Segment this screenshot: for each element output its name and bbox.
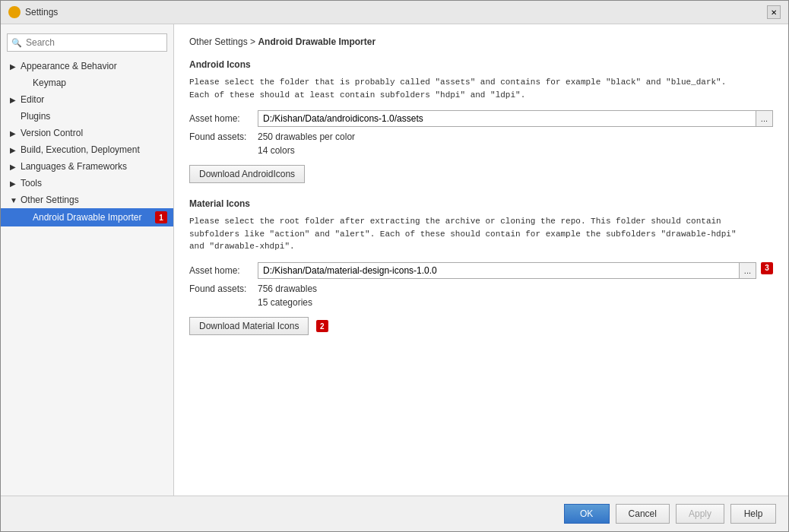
sidebar-item-label: Build, Execution, Deployment xyxy=(21,144,140,155)
android-asset-home-label: Asset home: xyxy=(189,113,258,124)
android-asset-home-input[interactable] xyxy=(258,110,756,127)
search-input[interactable] xyxy=(7,33,167,52)
sidebar-item-label: Keymap xyxy=(33,78,66,88)
badge-1: 1 xyxy=(155,211,167,223)
close-button[interactable]: ✕ xyxy=(767,5,781,19)
sidebar-item-other-settings[interactable]: ▼ Other Settings xyxy=(1,192,173,208)
sidebar-item-label: Tools xyxy=(21,178,42,188)
search-box: 🔍 xyxy=(7,33,167,52)
arrow-icon: ▶ xyxy=(10,179,17,188)
android-download-wrap: Download AndroidIcons xyxy=(189,165,773,183)
sidebar-item-label: Languages & Frameworks xyxy=(21,161,127,172)
android-asset-home-input-wrap: ... xyxy=(258,110,773,127)
material-asset-home-label: Asset home: xyxy=(189,265,258,276)
ok-button[interactable]: OK xyxy=(564,504,610,524)
sidebar-item-plugins[interactable]: Plugins xyxy=(1,108,173,125)
arrow-spacer xyxy=(10,112,17,121)
arrow-icon: ▼ xyxy=(10,196,17,204)
download-material-icons-button[interactable]: Download Material Icons xyxy=(189,317,309,335)
sidebar-item-version-control[interactable]: ▶ Version Control xyxy=(1,125,173,141)
material-found-sub: 15 categories xyxy=(258,297,773,308)
sidebar-item-tools[interactable]: ▶ Tools xyxy=(1,175,173,192)
search-icon: 🔍 xyxy=(11,38,22,48)
sidebar-item-appearance[interactable]: ▶ Appearance & Behavior xyxy=(1,58,173,74)
android-icons-description: Please select the folder that is probabl… xyxy=(189,76,773,101)
arrow-icon: ▶ xyxy=(10,96,17,104)
title-bar: Settings ✕ xyxy=(1,1,788,24)
material-asset-home-input-wrap: ... 3 xyxy=(258,262,773,279)
material-asset-home-row: Asset home: ... 3 xyxy=(189,262,773,279)
material-browse-button[interactable]: ... xyxy=(740,262,756,279)
material-found-label: Found assets: xyxy=(189,283,258,294)
material-found-value: 756 drawables xyxy=(258,283,317,294)
sidebar-item-label: Android Drawable Importer xyxy=(33,212,141,223)
sidebar-item-label: Editor xyxy=(21,94,44,105)
content-panel: Other Settings > Android Drawable Import… xyxy=(174,24,788,496)
breadcrumb-separator: > xyxy=(248,36,258,47)
android-found-label: Found assets: xyxy=(189,131,258,142)
sidebar-item-label: Appearance & Behavior xyxy=(21,61,117,71)
breadcrumb-parent: Other Settings xyxy=(189,36,248,47)
material-asset-home-input[interactable] xyxy=(258,262,740,279)
material-found-assets-row: Found assets: 756 drawables xyxy=(189,283,773,294)
sidebar-item-label: Other Settings xyxy=(21,195,79,205)
arrow-spacer xyxy=(22,214,30,222)
android-found-value: 250 drawables per color xyxy=(258,131,355,142)
sidebar-item-keymap[interactable]: Keymap xyxy=(1,74,173,91)
badge-3: 3 xyxy=(761,262,773,274)
sidebar-item-build[interactable]: ▶ Build, Execution, Deployment xyxy=(1,141,173,158)
sidebar-item-label: Plugins xyxy=(21,111,50,122)
android-found-sub: 14 colors xyxy=(258,145,773,156)
settings-window: Settings ✕ 🔍 ▶ Appearance & Behavior Key… xyxy=(0,0,789,532)
android-browse-button[interactable]: ... xyxy=(756,110,773,127)
material-download-wrap: Download Material Icons 2 xyxy=(189,317,773,335)
sidebar: 🔍 ▶ Appearance & Behavior Keymap ▶ Edito… xyxy=(1,24,174,496)
footer: OK Cancel Apply Help xyxy=(1,496,788,531)
app-icon xyxy=(8,6,21,18)
breadcrumb-current: Android Drawable Importer xyxy=(258,36,375,47)
sidebar-item-languages[interactable]: ▶ Languages & Frameworks xyxy=(1,158,173,175)
arrow-icon: ▶ xyxy=(10,163,17,171)
android-asset-home-row: Asset home: ... xyxy=(189,110,773,127)
arrow-icon: ▶ xyxy=(10,62,17,71)
breadcrumb: Other Settings > Android Drawable Import… xyxy=(189,36,773,47)
android-found-assets-row: Found assets: 250 drawables per color xyxy=(189,131,773,142)
help-button[interactable]: Help xyxy=(730,504,776,524)
sidebar-item-label: Version Control xyxy=(21,128,83,138)
apply-button[interactable]: Apply xyxy=(676,504,724,524)
sidebar-item-editor[interactable]: ▶ Editor xyxy=(1,91,173,108)
android-icons-section-title: Android Icons xyxy=(189,59,773,70)
main-content: 🔍 ▶ Appearance & Behavior Keymap ▶ Edito… xyxy=(1,24,788,496)
cancel-button[interactable]: Cancel xyxy=(616,504,670,524)
sidebar-item-android-drawable[interactable]: Android Drawable Importer 1 xyxy=(1,208,173,226)
material-icons-description: Please select the root folder after extr… xyxy=(189,215,773,253)
window-title: Settings xyxy=(25,7,58,17)
title-bar-left: Settings xyxy=(8,6,58,18)
material-icons-section-title: Material Icons xyxy=(189,198,773,209)
badge-2: 2 xyxy=(316,320,328,332)
download-android-icons-button[interactable]: Download AndroidIcons xyxy=(189,165,305,183)
arrow-icon: ▶ xyxy=(10,146,17,154)
arrow-icon: ▶ xyxy=(10,129,17,138)
